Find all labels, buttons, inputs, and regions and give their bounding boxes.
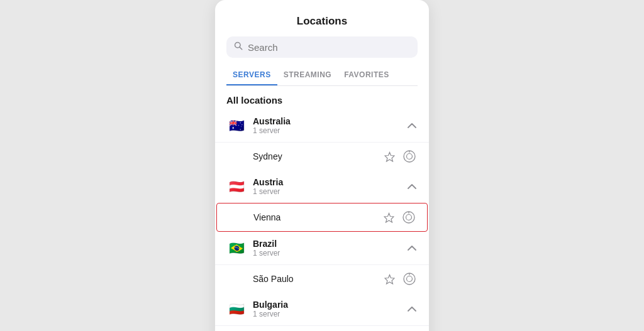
section-title: All locations	[215, 86, 429, 109]
chevron-btn-australia[interactable]	[406, 122, 418, 129]
svg-point-8	[406, 215, 412, 220]
app-window: Locations SERVERS STREAMING FAVORITES Al…	[215, 0, 429, 331]
flag-australia: 🇦🇺	[226, 116, 247, 136]
country-row-brazil[interactable]: 🇧🇷 Brazil 1 server	[215, 232, 429, 264]
country-name-austria: Austria	[253, 177, 400, 187]
search-input[interactable]	[248, 42, 410, 53]
server-row-sofia[interactable]: Sofia	[215, 325, 429, 331]
chevron-btn-brazil[interactable]	[406, 244, 418, 252]
star-btn-sydney[interactable]	[383, 150, 396, 163]
location-list: 🇦🇺 Australia 1 server Sydney 🇦🇹 Austria	[215, 109, 429, 331]
country-servers-brazil: 1 server	[253, 249, 400, 258]
country-name-bulgaria: Bulgaria	[253, 300, 400, 310]
country-row-bulgaria[interactable]: 🇧🇬 Bulgaria 1 server	[215, 293, 429, 325]
star-btn-saopaulo[interactable]	[383, 273, 396, 286]
flag-brazil: 🇧🇷	[226, 238, 247, 258]
svg-point-12	[407, 276, 413, 282]
country-info-bulgaria: Bulgaria 1 server	[253, 300, 400, 318]
country-info-brazil: Brazil 1 server	[253, 239, 400, 258]
server-name-sydney: Sydney	[253, 151, 378, 161]
country-servers-bulgaria: 1 server	[253, 310, 400, 318]
chevron-btn-austria[interactable]	[406, 183, 418, 190]
server-name-vienna: Vienna	[253, 212, 377, 222]
svg-point-4	[407, 154, 413, 160]
star-btn-vienna[interactable]	[382, 211, 396, 224]
tab-servers[interactable]: SERVERS	[226, 65, 277, 85]
country-name-australia: Australia	[253, 116, 400, 126]
connect-btn-sydney[interactable]	[401, 148, 418, 165]
country-info-australia: Australia 1 server	[253, 116, 400, 135]
server-name-saopaulo: São Paulo	[253, 274, 378, 284]
tab-favorites[interactable]: FAVORITES	[338, 65, 396, 85]
server-row-sydney[interactable]: Sydney	[215, 142, 429, 170]
search-icon	[234, 41, 243, 53]
chevron-btn-bulgaria[interactable]	[406, 305, 418, 313]
tabs-bar: SERVERS STREAMING FAVORITES	[226, 65, 418, 86]
country-servers-australia: 1 server	[253, 126, 400, 135]
svg-marker-2	[385, 152, 394, 161]
page-title: Locations	[215, 15, 429, 28]
flag-austria: 🇦🇹	[226, 176, 247, 197]
server-row-vienna[interactable]: Vienna	[216, 203, 428, 232]
country-servers-austria: 1 server	[253, 187, 400, 196]
server-row-saopaulo[interactable]: São Paulo	[215, 264, 429, 293]
flag-bulgaria: 🇧🇬	[226, 299, 247, 319]
country-name-brazil: Brazil	[253, 239, 400, 249]
search-bar	[226, 36, 418, 58]
country-row-australia[interactable]: 🇦🇺 Australia 1 server	[215, 109, 429, 142]
country-row-austria[interactable]: 🇦🇹 Austria 1 server	[215, 170, 429, 203]
connect-btn-saopaulo[interactable]	[401, 271, 418, 287]
svg-marker-10	[385, 274, 394, 284]
connect-btn-vienna[interactable]	[401, 209, 417, 225]
svg-line-1	[240, 47, 242, 50]
country-info-austria: Austria 1 server	[253, 177, 400, 196]
svg-marker-6	[384, 213, 394, 222]
tab-streaming[interactable]: STREAMING	[277, 65, 338, 85]
